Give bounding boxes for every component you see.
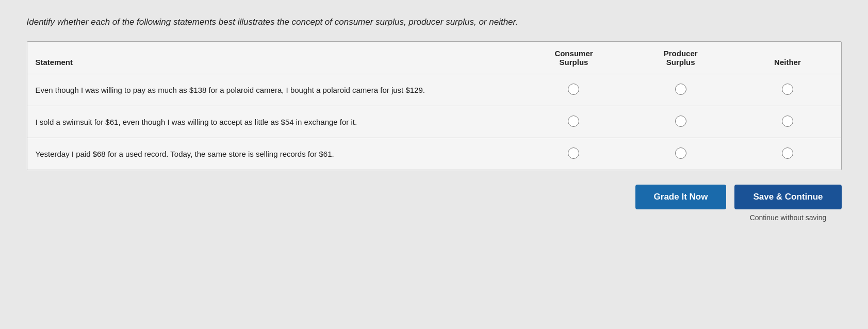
row1-neither-radio[interactable]	[782, 84, 793, 95]
row1-producer-surplus-cell[interactable]	[627, 74, 734, 106]
row2-neither-cell[interactable]	[734, 106, 841, 138]
row3-statement: Yesterday I paid $68 for a used record. …	[27, 138, 520, 170]
question-table: Statement Consumer Surplus Producer Surp…	[27, 42, 841, 170]
header-neither: Neither	[734, 42, 841, 74]
header-consumer-surplus: Consumer Surplus	[520, 42, 627, 74]
row3-consumer-surplus-radio[interactable]	[568, 147, 579, 159]
row3-consumer-surplus-cell[interactable]	[520, 138, 627, 170]
row1-statement: Even though I was willing to pay as much…	[27, 74, 520, 106]
table-row: Even though I was willing to pay as much…	[27, 74, 841, 106]
row2-neither-radio[interactable]	[782, 116, 793, 127]
row1-producer-surplus-radio[interactable]	[675, 84, 686, 95]
continue-without-saving-link[interactable]: Continue without saving	[750, 213, 827, 222]
buttons-row: Grade It Now Save & Continue Continue wi…	[27, 185, 842, 222]
question-table-wrapper: Statement Consumer Surplus Producer Surp…	[27, 41, 842, 170]
row2-consumer-surplus-radio[interactable]	[568, 116, 579, 127]
row1-neither-cell[interactable]	[734, 74, 841, 106]
row3-neither-radio[interactable]	[782, 147, 793, 159]
header-producer-surplus: Producer Surplus	[627, 42, 734, 74]
row1-consumer-surplus-radio[interactable]	[568, 84, 579, 95]
row3-neither-cell[interactable]	[734, 138, 841, 170]
row3-producer-surplus-radio[interactable]	[675, 147, 686, 159]
row2-consumer-surplus-cell[interactable]	[520, 106, 627, 138]
save-continue-button[interactable]: Save & Continue	[734, 185, 841, 209]
table-header-row: Statement Consumer Surplus Producer Surp…	[27, 42, 841, 74]
row1-consumer-surplus-cell[interactable]	[520, 74, 627, 106]
instructions-text: Identify whether each of the following s…	[27, 15, 842, 29]
row3-producer-surplus-cell[interactable]	[627, 138, 734, 170]
header-statement: Statement	[27, 42, 520, 74]
row2-producer-surplus-cell[interactable]	[627, 106, 734, 138]
row2-producer-surplus-radio[interactable]	[675, 116, 686, 127]
table-row: I sold a swimsuit for $61, even though I…	[27, 106, 841, 138]
table-row: Yesterday I paid $68 for a used record. …	[27, 138, 841, 170]
save-section: Save & Continue Continue without saving	[734, 185, 841, 222]
grade-it-now-button[interactable]: Grade It Now	[635, 185, 727, 209]
row2-statement: I sold a swimsuit for $61, even though I…	[27, 106, 520, 138]
page-container: Identify whether each of the following s…	[27, 15, 842, 222]
